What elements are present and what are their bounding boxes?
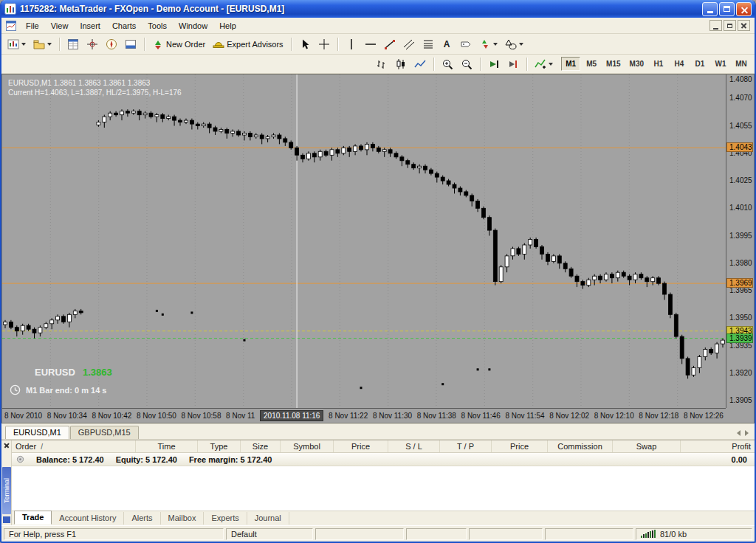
terminal-body[interactable] <box>12 466 755 511</box>
menu-item-view[interactable]: View <box>45 18 75 33</box>
text-tool-button[interactable]: A <box>439 36 456 52</box>
crosshair-tool-button[interactable] <box>315 36 333 52</box>
auto-scroll-button[interactable] <box>485 56 503 72</box>
menu-item-charts[interactable]: Charts <box>106 18 142 33</box>
mdi-minimize-button[interactable] <box>709 20 722 31</box>
candlestick-chart[interactable] <box>2 75 726 408</box>
column-price[interactable]: Price <box>334 440 388 452</box>
horizontal-line-icon <box>365 38 377 50</box>
timeframe-d1[interactable]: D1 <box>690 57 709 71</box>
menu-item-file[interactable]: File <box>20 18 45 33</box>
mdi-restore-icon <box>727 24 732 28</box>
column-time[interactable]: Time <box>136 440 198 452</box>
vertical-line-tool-button[interactable] <box>343 36 360 52</box>
column-t-p[interactable]: T / P <box>440 440 492 452</box>
timeframe-h1[interactable]: H1 <box>649 57 668 71</box>
time-axis[interactable]: 8 Nov 20108 Nov 10:348 Nov 10:428 Nov 10… <box>2 408 726 423</box>
timeframe-m5[interactable]: M5 <box>582 57 601 71</box>
timeframe-mn[interactable]: MN <box>732 57 751 71</box>
terminal-close-button[interactable] <box>1 440 12 451</box>
price-axis-label: 1.3920 <box>729 369 752 377</box>
title-bar[interactable]: 1175282: MetaTrader - FXOpen - Demo Acco… <box>1 0 755 18</box>
channel-tool-button[interactable] <box>400 36 418 52</box>
menu-item-window[interactable]: Window <box>173 18 213 33</box>
minimize-button[interactable] <box>702 2 718 16</box>
terminal-tab-experts[interactable]: Experts <box>204 512 247 525</box>
watermark-price: 1.3863 <box>83 367 112 378</box>
price-axis[interactable]: 1.40801.40701.40551.40401.40251.40101.39… <box>726 75 754 408</box>
column-order[interactable]: Order/ <box>12 440 136 452</box>
navigator-button[interactable] <box>103 36 120 52</box>
dropdown-arrow-icon <box>21 43 26 46</box>
new-order-button[interactable]: New Order <box>149 36 208 52</box>
mdi-restore-button[interactable] <box>724 20 736 31</box>
fibonacci-icon <box>422 38 434 50</box>
indicators-button[interactable] <box>532 56 556 72</box>
menu-item-tools[interactable]: Tools <box>142 18 173 33</box>
scroll-tabs-left-icon[interactable] <box>737 430 740 436</box>
column-swap[interactable]: Swap <box>613 440 681 452</box>
chart-area[interactable]: 1.40801.40701.40551.40401.40251.40101.39… <box>1 74 755 423</box>
tab-scroll-buttons <box>737 430 752 439</box>
line-chart-mode-button[interactable] <box>411 56 429 72</box>
chart-shift-button[interactable] <box>504 56 522 72</box>
timeframe-w1[interactable]: W1 <box>711 57 730 71</box>
menu-bar: FileViewInsertChartsToolsWindowHelp <box>1 18 755 34</box>
status-profile[interactable]: Default <box>226 528 313 540</box>
column-s-l[interactable]: S / L <box>388 440 440 452</box>
zoom-out-button[interactable] <box>458 56 475 72</box>
status-connection[interactable]: 81/0 kb <box>636 528 752 540</box>
timeframe-m30[interactable]: M30 <box>626 57 647 71</box>
app-icon <box>4 3 16 15</box>
restore-button[interactable] <box>719 2 735 16</box>
terminal-tab-trade[interactable]: Trade <box>14 511 52 525</box>
arrows-tool-button[interactable] <box>476 36 501 52</box>
terminal-tab-mailbox[interactable]: Mailbox <box>161 512 205 525</box>
traffic-text: 81/0 kb <box>660 530 687 539</box>
balance-row[interactable]: Balance: 5 172.40Equity: 5 172.40Free ma… <box>12 453 755 466</box>
profiles-button[interactable] <box>30 36 55 52</box>
balance-item: Balance: 5 172.40 <box>36 455 104 464</box>
terminal-rail-label[interactable]: Terminal <box>2 467 11 514</box>
horizontal-line-tool-button[interactable] <box>362 36 379 52</box>
bar-chart-mode-button[interactable] <box>373 56 391 72</box>
terminal-tab-alerts[interactable]: Alerts <box>124 512 160 525</box>
zoom-in-button[interactable] <box>439 56 456 72</box>
column-symbol[interactable]: Symbol <box>281 440 334 452</box>
mdi-close-button[interactable] <box>738 20 750 31</box>
column-commission[interactable]: Commission <box>548 440 613 452</box>
timeframe-m1[interactable]: M1 <box>561 57 580 71</box>
menu-item-help[interactable]: Help <box>213 18 242 33</box>
expert-advisors-button[interactable]: Expert Advisors <box>210 36 286 52</box>
column-profit[interactable]: Profit <box>681 440 755 452</box>
connection-bars-icon <box>641 530 656 538</box>
column-type[interactable]: Type <box>198 440 241 452</box>
column-price[interactable]: Price <box>492 440 548 452</box>
menu-item-insert[interactable]: Insert <box>74 18 106 33</box>
candlestick-mode-button[interactable] <box>392 56 410 72</box>
dropdown-arrow-icon <box>519 43 523 46</box>
trendline-tool-button[interactable] <box>381 36 399 52</box>
market-watch-button[interactable] <box>64 36 82 52</box>
fibonacci-tool-button[interactable] <box>419 36 437 52</box>
data-window-button[interactable] <box>83 36 101 52</box>
price-axis-label: 1.3995 <box>729 232 752 240</box>
terminal-tab-journal[interactable]: Journal <box>247 512 289 525</box>
cursor-tool-button[interactable] <box>296 36 314 52</box>
chart-tab-eurusd-m1[interactable]: EURUSD,M1 <box>5 426 69 439</box>
terminal-tab-account-history[interactable]: Account History <box>52 512 124 525</box>
scroll-tabs-right-icon[interactable] <box>745 430 749 436</box>
shapes-tool-button[interactable] <box>502 36 526 52</box>
dropdown-arrow-icon <box>493 43 498 46</box>
chart-tab-gbpusd-m15[interactable]: GBPUSD,M15 <box>70 426 139 439</box>
status-help-text: For Help, press F1 <box>4 528 224 540</box>
new-chart-button[interactable] <box>4 36 29 52</box>
text-label-tool-button[interactable] <box>457 36 475 52</box>
timeframe-h4[interactable]: H4 <box>670 57 689 71</box>
balance-item: Equity: 5 172.40 <box>116 455 177 464</box>
status-cell-empty-1 <box>315 528 404 540</box>
column-size[interactable]: Size <box>241 440 281 452</box>
close-button[interactable] <box>736 2 752 16</box>
terminal-panel-button[interactable] <box>122 36 140 52</box>
timeframe-m15[interactable]: M15 <box>602 57 624 71</box>
